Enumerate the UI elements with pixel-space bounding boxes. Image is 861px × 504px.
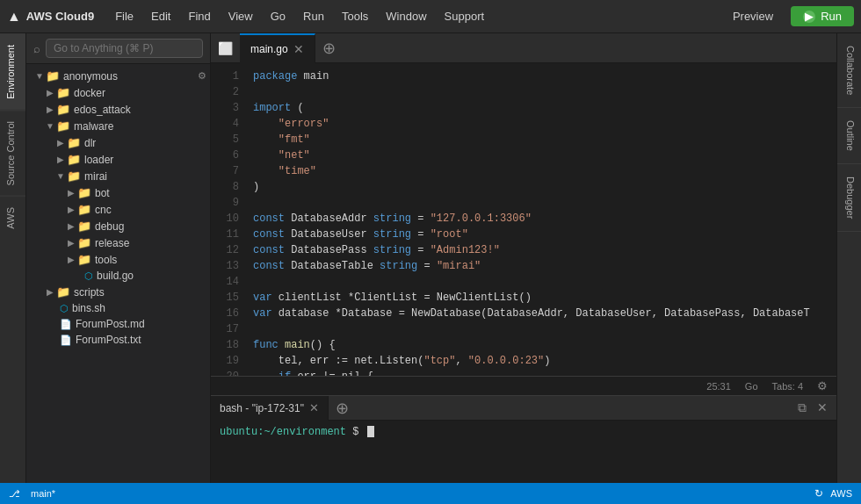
folder-icon: 📁 <box>77 253 91 266</box>
search-input[interactable] <box>46 39 203 58</box>
cursor-position: 25:31 <box>706 381 731 392</box>
editor-status-bar: 25:31 Go Tabs: 4 ⚙ <box>211 376 836 395</box>
sidebar-tab-environment[interactable]: Environment <box>0 33 25 110</box>
code-line: const DatabasePass string = "Admin123!" <box>253 242 836 258</box>
line-numbers: 12345 678910 1112131415 1617181920 <box>211 63 246 376</box>
menu-tools[interactable]: Tools <box>333 6 377 26</box>
arrow-icon: ▶ <box>54 138 67 148</box>
sync-icon[interactable]: ↻ <box>814 487 823 500</box>
code-line <box>253 274 836 290</box>
new-tab-button[interactable]: ⊕ <box>315 39 343 58</box>
tree-item-forum-post-md[interactable]: 📄 ForumPost.md <box>26 316 210 332</box>
arrow-icon: ▼ <box>44 121 56 131</box>
go-file-icon: ⬡ <box>84 270 93 282</box>
language-indicator: Go <box>745 381 758 392</box>
right-tab-debugger[interactable]: Debugger <box>837 164 861 232</box>
folder-label: mirai <box>84 170 206 183</box>
sidebar-tab-aws[interactable]: AWS <box>0 196 25 240</box>
code-line: const DatabaseAddr string = "127.0.0.1:3… <box>253 211 836 227</box>
terminal-content[interactable]: ubuntu:~/environment $ <box>211 421 836 483</box>
tree-item-forum-post-txt[interactable]: 📄 ForumPost.txt <box>26 332 210 348</box>
preview-button[interactable]: Preview <box>722 6 784 26</box>
tab-size-indicator: Tabs: 4 <box>772 381 803 392</box>
code-line: const DatabaseUser string = "root" <box>253 227 836 242</box>
tree-item-mirai[interactable]: ▼ 📁 mirai <box>26 168 210 184</box>
menu-support[interactable]: Support <box>436 6 494 26</box>
new-terminal-button[interactable]: ⊕ <box>329 399 356 418</box>
tab-close-button[interactable]: ✕ <box>293 42 304 56</box>
folder-label: release <box>95 237 206 249</box>
right-tab-collaborate[interactable]: Collaborate <box>837 33 861 108</box>
tree-item-malware[interactable]: ▼ 📁 malware <box>26 118 210 134</box>
folder-label: cnc <box>95 204 206 216</box>
folder-icon: 📁 <box>77 186 91 199</box>
menu-file[interactable]: File <box>106 6 142 26</box>
tree-item-dlr[interactable]: ▶ 📁 dlr <box>26 134 210 151</box>
menu-find[interactable]: Find <box>179 6 219 26</box>
folder-icon: 📁 <box>67 169 81 183</box>
tree-item-bins-sh[interactable]: ⬡ bins.sh <box>26 300 210 316</box>
tree-item-build-go[interactable]: ⬡ build.go <box>26 268 210 284</box>
arrow-icon: ▶ <box>65 255 77 264</box>
folder-icon: 📁 <box>56 103 70 116</box>
tree-item-docker[interactable]: ▶ 📁 docker <box>26 84 210 101</box>
gear-icon[interactable]: ⚙ <box>198 70 206 82</box>
code-line: var clientList *ClientList = NewClientLi… <box>253 290 836 306</box>
app-brand: AWS Cloud9 <box>26 10 94 23</box>
tree-item-loader[interactable]: ▶ 📁 loader <box>26 151 210 168</box>
file-label: bins.sh <box>72 302 206 314</box>
folder-icon: 📁 <box>56 86 70 99</box>
tree-item-release[interactable]: ▶ 📁 release <box>26 234 210 251</box>
folder-label: debug <box>95 220 206 233</box>
menu-run[interactable]: Run <box>294 6 333 26</box>
arrow-icon: ▶ <box>65 205 77 214</box>
tree-item-debug[interactable]: ▶ 📁 debug <box>26 218 210 234</box>
menu-view[interactable]: View <box>220 6 262 26</box>
file-tree: ▼ 📁 anonymous ⚙ ▶ 📁 docker ▶ 📁 edos_atta… <box>26 64 210 483</box>
folder-icon: 📁 <box>77 236 91 249</box>
terminal-restore-button[interactable]: ⧉ <box>794 400 810 415</box>
editor-tab-bar: ⬜ main.go ✕ ⊕ <box>211 33 836 63</box>
menu-go[interactable]: Go <box>262 6 294 26</box>
terminal-panel: bash - "ip-172-31" ✕ ⊕ ⧉ ✕ ubuntu:~/envi… <box>211 395 836 483</box>
editor-tab-main-go[interactable]: main.go ✕ <box>240 33 315 63</box>
code-line <box>253 195 836 211</box>
code-line: "time" <box>253 163 836 179</box>
tree-item-cnc[interactable]: ▶ 📁 cnc <box>26 201 210 218</box>
tree-item-scripts[interactable]: ▶ 📁 scripts <box>26 284 210 300</box>
folder-icon: 📁 <box>67 153 81 166</box>
file-label: ForumPost.txt <box>76 334 206 346</box>
tree-item-bot[interactable]: ▶ 📁 bot <box>26 184 210 201</box>
code-line: if err != nil { <box>253 369 836 376</box>
search-bar: ⌕ <box>26 33 210 64</box>
right-sidebar: Collaborate Outline Debugger <box>836 33 861 483</box>
folder-label: scripts <box>74 286 206 299</box>
folder-icon: 📁 <box>46 69 60 83</box>
sidebar-tab-source-control[interactable]: Source Control <box>0 110 25 196</box>
terminal-prompt: ubuntu:~/environment <box>220 426 346 438</box>
arrow-icon: ▶ <box>44 287 56 297</box>
code-editor[interactable]: 12345 678910 1112131415 1617181920 packa… <box>211 63 836 376</box>
code-line: var database *Database = NewDatabase(Dat… <box>253 306 836 321</box>
file-label: ForumPost.md <box>76 318 206 330</box>
folder-icon: 📁 <box>77 220 91 233</box>
tree-item-tools[interactable]: ▶ 📁 tools <box>26 251 210 268</box>
menubar: ▲ AWS Cloud9 File Edit Find View Go Run … <box>0 0 861 33</box>
status-gear-icon[interactable]: ⚙ <box>817 379 828 392</box>
terminal-close-button[interactable]: ✕ <box>814 400 831 415</box>
run-button[interactable]: ▶ Run <box>791 6 854 26</box>
folder-icon: 📁 <box>67 136 81 149</box>
arrow-icon: ▼ <box>33 71 46 81</box>
terminal-tab-bar: bash - "ip-172-31" ✕ ⊕ ⧉ ✕ <box>211 396 836 421</box>
right-tab-outline[interactable]: Outline <box>837 108 861 164</box>
menu-edit[interactable]: Edit <box>142 6 179 26</box>
code-content[interactable]: package main import ( "errors" "fmt" "ne… <box>246 63 836 376</box>
tree-item-edos-attack[interactable]: ▶ 📁 edos_attack <box>26 101 210 118</box>
app-logo[interactable]: ▲ <box>7 9 21 25</box>
arrow-icon: ▶ <box>65 188 77 198</box>
menu-window[interactable]: Window <box>377 6 435 26</box>
terminal-tab-close-button[interactable]: ✕ <box>309 401 319 414</box>
terminal-tab-bash[interactable]: bash - "ip-172-31" ✕ <box>211 396 329 421</box>
folder-icon: 📁 <box>77 203 91 216</box>
tree-root[interactable]: ▼ 📁 anonymous ⚙ <box>26 68 210 84</box>
